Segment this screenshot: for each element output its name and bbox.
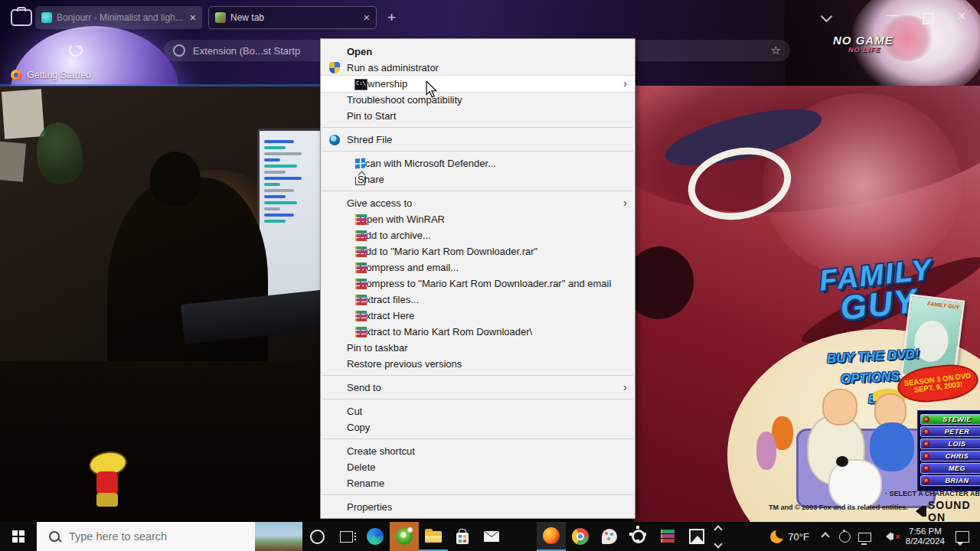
edge-button[interactable] [361,522,390,551]
scroll-down-icon[interactable] [714,540,722,548]
task-view-button[interactable] [332,522,361,551]
share-icon [355,177,365,185]
scroll-up-icon[interactable] [714,525,722,533]
character-button-brian[interactable]: BRIAN [920,475,980,486]
menu-item-rename[interactable]: Rename [321,475,635,491]
menu-item-give-access-to[interactable]: Give access to› [321,195,635,211]
menu-item-open-with-winrar[interactable]: Open with WinRAR [321,211,635,227]
chris-body [870,422,914,471]
menu-item-create-shortcut[interactable]: Create shortcut [321,443,635,459]
toolbar-scrollbar[interactable] [711,522,725,551]
tab-bonjourr[interactable]: Bonjourr · Minimalist and ligh... × [35,6,202,29]
menu-separator [321,435,635,443]
menu-item-add-to-archive[interactable]: Add to archive... [321,227,635,243]
character-button-chris[interactable]: CHRIS [920,451,980,461]
winrar-button[interactable] [653,522,682,551]
chrome-button[interactable] [566,522,595,551]
menu-item-shred-file[interactable]: Shred File [321,132,635,148]
settings-button[interactable] [624,522,653,551]
sound-on-control[interactable]: SOUND ON [910,499,980,522]
menu-item-compress-to-named-and-email[interactable]: Compress to "Mario Kart Rom Downloader.r… [321,276,635,292]
character-button-peter[interactable]: PETER [920,426,980,437]
time-label: 7:56 PM [906,527,945,536]
tray-app-button[interactable] [835,522,855,551]
menu-item-extract-files[interactable]: Extract files... [321,292,635,308]
menu-item-run-as-administrator[interactable]: Run as administrator [321,60,635,76]
cortana-button[interactable] [302,522,332,551]
taskbar-search[interactable] [37,522,302,551]
menu-item-extract-to-folder[interactable]: Extract to Mario Kart Rom Downloader\ [321,324,635,340]
meg-figure [756,432,776,470]
theme-text-no-game: NO GAME [833,34,893,47]
select-character-hint: · SELECT A CHARACTER ABOVE [885,490,980,497]
theme-text-no-life: NO LIFE [848,46,881,54]
menu-item-send-to[interactable]: Send to› [321,380,635,396]
network-button[interactable] [855,522,875,551]
red-dot-icon [923,416,929,422]
menu-item-open[interactable]: Open [321,44,635,60]
character-button-lois[interactable]: LOIS [920,439,980,449]
photos-button[interactable] [682,522,711,551]
person-head [150,152,201,207]
menu-item-troubleshoot-compatibility[interactable]: Troubleshoot compatibility [321,92,635,108]
tab-close-icon[interactable]: × [364,12,370,23]
temperature-label[interactable]: 70°F [788,531,809,543]
menu-item-share[interactable]: Share [321,171,635,187]
site-info-icon[interactable] [173,44,185,57]
green-disc-icon [396,528,413,545]
maximize-button[interactable] [923,13,934,24]
menu-separator [321,396,635,403]
menu-item-cut[interactable]: Cut [321,403,635,419]
cmd-icon [354,79,368,90]
active-app-button[interactable] [390,522,419,551]
workspaces-icon[interactable] [11,9,32,26]
peter-head [822,389,858,425]
menu-item-pin-to-taskbar[interactable]: Pin to taskbar [321,340,635,356]
chrome-icon [572,528,589,545]
menu-item-delete[interactable]: Delete [321,459,635,475]
new-tab-button[interactable]: + [387,9,396,26]
tab-close-icon[interactable]: × [190,12,196,23]
tab-new-tab[interactable]: New tab × [208,6,377,29]
winrar-icon [355,318,367,321]
menu-item-extract-here[interactable]: Extract Here [321,308,635,324]
weather-moon-icon[interactable] [770,530,783,543]
wall-paper-note [2,89,44,139]
edge-icon [367,528,384,545]
menu-item-restore-previous-versions[interactable]: Restore previous versions [321,356,635,372]
file-explorer-button[interactable] [419,522,448,551]
menu-item-ownership[interactable]: Ownership› [321,76,635,92]
search-input[interactable] [67,530,224,543]
microsoft-store-button[interactable] [448,522,477,551]
mail-button[interactable] [477,522,506,551]
firefox-button[interactable] [537,522,566,551]
menu-item-copy[interactable]: Copy [321,419,635,435]
character-button-stewie[interactable]: STEWIE [920,414,980,425]
search-highlight-image[interactable] [255,522,302,551]
volume-muted-icon: × [881,532,891,541]
paint-3d-icon [602,529,617,544]
menu-item-scan-with-microsoft-defender[interactable]: Scan with Microsoft Defender... [321,155,635,171]
brian-figure [828,459,882,510]
tray-app-icon [839,531,851,543]
volume-button[interactable]: × [875,522,898,551]
bookmark-star-icon[interactable]: ☆ [771,44,781,57]
close-button[interactable]: × [958,8,966,24]
clock[interactable]: 7:56 PM 8/24/2024 [906,527,945,546]
menu-separator [321,372,635,380]
tray-overflow-button[interactable] [815,522,835,551]
menu-item-compress-and-email[interactable]: Compress and email... [321,259,635,276]
minimize-button[interactable]: — [887,8,898,21]
start-button[interactable] [0,522,37,551]
menu-item-pin-to-start[interactable]: Pin to Start [321,108,635,124]
action-center-icon[interactable] [956,531,969,543]
options-link[interactable]: OPTIONS [841,369,900,387]
menu-item-add-to-named-archive[interactable]: Add to "Mario Kart Rom Downloader.rar" [321,243,635,259]
reload-icon[interactable] [69,43,83,57]
character-button-meg[interactable]: MEG [920,463,980,474]
red-dot-icon [923,453,929,459]
menu-item-properties[interactable]: Properties [321,499,635,515]
desktop-screen: NO GAME NO LIFE Bonjourr · Minimalist an… [0,0,980,551]
paint-3d-button[interactable] [595,522,624,551]
bookmark-getting-started[interactable]: Getting Started [11,70,91,80]
